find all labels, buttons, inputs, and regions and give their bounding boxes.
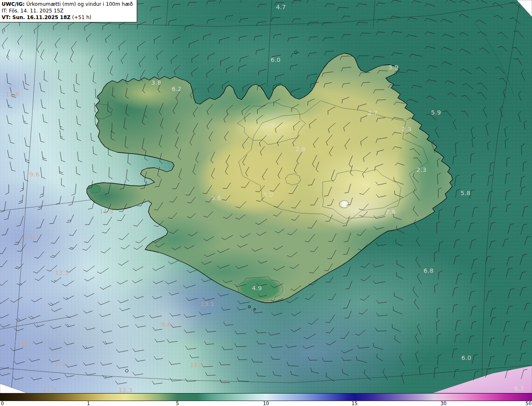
- island-vestmannaeyjar: [254, 308, 256, 311]
- colorbar-tick: 1: [87, 401, 90, 406]
- colorbar-ticks: 01510153050: [0, 401, 532, 406]
- title-line-init-time: IT: Fös. 14. 11. 2025 15Z: [2, 7, 133, 14]
- map-svg: [0, 0, 532, 393]
- glacier-myrdalsjokull: [237, 276, 283, 301]
- weather-map-viewer: 4.76.05.93.86.211.62.92.75.92.32.82.39.6…: [0, 0, 532, 406]
- colorbar-tick: 5: [176, 401, 179, 406]
- model-id: UWC/IG:: [2, 1, 25, 7]
- colorbar-tick: 10: [263, 401, 269, 406]
- ocean-contour: [475, 23, 515, 98]
- calm-wind-marker: [126, 369, 128, 372]
- colorbar-tick: 50: [525, 401, 532, 406]
- iceland-land: [0, 0, 532, 393]
- title-box: UWC/IG: Úrkomumætti (mm) og vindur i 100…: [0, 0, 137, 22]
- calm-wind-marker: [295, 51, 298, 54]
- title-line-valid-time: VT: Sun. 16.11.2025 18Z (+51 h): [2, 14, 133, 21]
- colorbar-tick: 15: [352, 401, 358, 406]
- colorbar-tick: 0: [1, 401, 4, 406]
- colorbar: 01510153050: [0, 393, 532, 406]
- domain-edge-bottom-left: [0, 384, 27, 393]
- title-line-product: UWC/IG: Úrkomumætti (mm) og vindur i 100…: [2, 1, 133, 7]
- colorbar-tick: 30: [441, 401, 447, 406]
- domain-edge-top-right: [517, 0, 532, 17]
- island-vestmannaeyjar: [248, 306, 251, 308]
- colorbar-gradient: [0, 393, 532, 401]
